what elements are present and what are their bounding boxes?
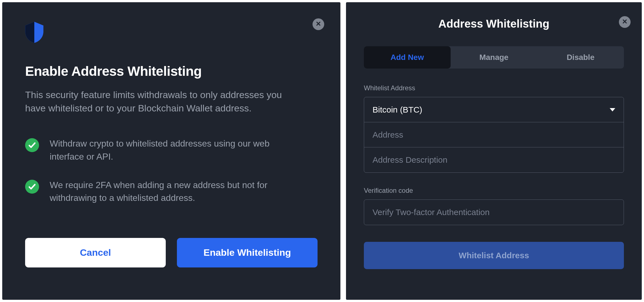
feature-bullet: Withdraw crypto to whitelisted addresses… <box>25 137 318 163</box>
verification-code-label: Verification code <box>364 187 624 194</box>
address-input[interactable] <box>364 122 624 147</box>
close-button[interactable] <box>313 18 324 30</box>
tab-disable[interactable]: Disable <box>537 46 624 69</box>
currency-select[interactable]: Bitcoin (BTC) <box>364 97 624 122</box>
cancel-button[interactable]: Cancel <box>25 238 166 267</box>
chevron-down-icon <box>610 108 615 111</box>
address-whitelisting-panel: Address Whitelisting Add New Manage Disa… <box>346 2 642 300</box>
enable-whitelisting-button[interactable]: Enable Whitelisting <box>177 238 318 267</box>
whitelist-tabs: Add New Manage Disable <box>364 46 624 69</box>
currency-selected-value: Bitcoin (BTC) <box>373 105 422 115</box>
check-icon <box>25 180 39 194</box>
enable-whitelisting-dialog: Enable Address Whitelisting This securit… <box>2 2 340 300</box>
whitelist-address-submit-button[interactable]: Whitelist Address <box>364 242 624 269</box>
whitelist-address-label: Whitelist Address <box>364 84 624 92</box>
tab-manage[interactable]: Manage <box>451 46 537 69</box>
dialog-title: Enable Address Whitelisting <box>25 64 318 79</box>
shield-icon <box>25 22 318 44</box>
address-description-input[interactable] <box>364 147 624 172</box>
dialog-description: This security feature limits withdrawals… <box>25 88 304 115</box>
close-button[interactable] <box>619 16 631 28</box>
tab-add-new[interactable]: Add New <box>364 46 451 69</box>
feature-bullet-text: Withdraw crypto to whitelisted addresses… <box>50 137 295 163</box>
feature-bullet-text: We require 2FA when adding a new address… <box>50 179 295 204</box>
feature-bullet: We require 2FA when adding a new address… <box>25 179 318 204</box>
whitelist-address-group: Bitcoin (BTC) <box>364 97 624 173</box>
check-icon <box>25 138 39 152</box>
verification-code-input[interactable] <box>364 200 624 225</box>
panel-title: Address Whitelisting <box>359 18 628 30</box>
close-icon <box>315 21 321 28</box>
close-icon <box>622 18 628 26</box>
verification-input-wrap <box>364 199 624 225</box>
